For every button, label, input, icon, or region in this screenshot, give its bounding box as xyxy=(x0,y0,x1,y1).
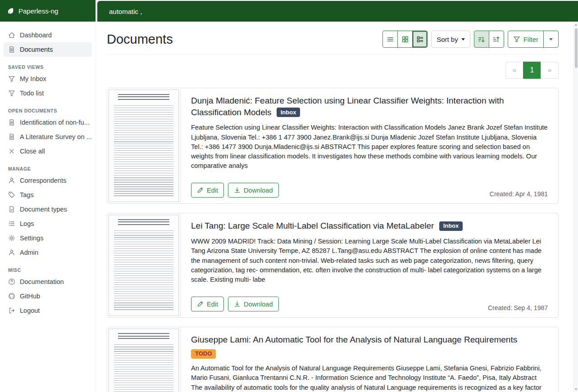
created-date: Created: Sep 4, 1987 xyxy=(488,304,548,311)
document-title[interactable]: Dunja Mladenić: Feature Selection using … xyxy=(191,95,548,118)
scroll-down-arrow[interactable]: ▼ xyxy=(574,386,578,392)
github-icon xyxy=(8,293,15,300)
document-thumbnail[interactable] xyxy=(107,88,181,203)
tag-badge-inbox[interactable]: Inbox xyxy=(277,108,300,117)
sidebar-item-label: Documentation xyxy=(20,278,64,285)
sidebar-item-logs[interactable]: Logs xyxy=(4,216,92,231)
sort-alphabetical-icon xyxy=(492,36,500,43)
filter-button[interactable]: Filter xyxy=(508,31,544,48)
filter-split-button: Filter xyxy=(508,31,559,48)
sidebar-item-tags[interactable]: Tags xyxy=(4,188,92,202)
pencil-icon xyxy=(197,187,204,194)
grid-view-icon xyxy=(401,36,409,43)
thumbnail-preview xyxy=(109,90,179,202)
section-misc: MISC xyxy=(8,267,87,273)
sidebar-item-correspondents[interactable]: Correspondents xyxy=(4,173,92,188)
close-icon xyxy=(8,148,15,155)
sidebar-item-label: Correspondents xyxy=(20,177,66,184)
house-icon xyxy=(8,32,15,39)
sidebar-item-label: Logs xyxy=(20,220,34,227)
download-icon xyxy=(234,301,241,307)
sidebar-item-label: A Literature Survey on ... xyxy=(20,133,92,140)
sort-descending-button[interactable] xyxy=(474,31,489,48)
section-manage: MANAGE xyxy=(8,166,87,171)
download-icon xyxy=(234,187,241,194)
sidebar-item-document-types[interactable]: Document types xyxy=(4,202,92,216)
sidebar-item-todo-list[interactable]: Todo list xyxy=(4,86,92,100)
scrollbar-thumb[interactable] xyxy=(575,28,578,68)
sidebar-item-github[interactable]: GitHub xyxy=(4,289,92,303)
sort-alphabetical-button[interactable] xyxy=(489,31,504,48)
toolbar-controls: Sort by Filter xyxy=(382,31,559,48)
grid-view-button[interactable] xyxy=(397,31,413,48)
filter-dropdown-toggle[interactable] xyxy=(543,31,559,48)
document-card: Lei Tang: Large Scale Multi-Label Classi… xyxy=(107,213,559,318)
document-thumbnail[interactable] xyxy=(107,327,181,392)
section-open-documents: OPEN DOCUMENTS xyxy=(8,108,87,113)
thumbnail-title-lines xyxy=(118,333,169,340)
sidebar-item-label: Identification of non-fu... xyxy=(20,119,90,126)
sidebar-item-label: Admin xyxy=(20,249,38,256)
question-circle-icon xyxy=(8,278,15,285)
sidebar-item-dashboard[interactable]: Dashboard xyxy=(4,28,92,42)
document-title[interactable]: Giuseppe Lami: An Automatic Tool for the… xyxy=(191,334,548,346)
file-check-icon xyxy=(8,206,15,213)
document-actions: Edit Download xyxy=(191,183,279,198)
edit-label: Edit xyxy=(207,187,218,194)
search-bar xyxy=(97,1,578,22)
paperless-logo-icon xyxy=(6,7,14,15)
documents-page: Documents Sort by xyxy=(96,22,578,392)
edit-button[interactable]: Edit xyxy=(191,297,224,311)
tag-row: TODO xyxy=(191,346,548,359)
search-input[interactable] xyxy=(108,7,514,16)
sidebar-item-logout[interactable]: Logout xyxy=(4,303,92,318)
file-icon xyxy=(8,119,15,126)
pagination-page-1[interactable]: 1 xyxy=(523,62,541,79)
sidebar-nav: Dashboard Documents SAVED VIEWS My Inbox… xyxy=(0,22,96,318)
sidebar-item-settings[interactable]: Settings xyxy=(4,231,92,245)
sidebar-item-close-all[interactable]: Close all xyxy=(4,144,92,158)
sidebar-item-documents[interactable]: Documents xyxy=(4,42,92,57)
thumbnail-body-lines xyxy=(114,344,173,392)
sidebar-item-open-doc-2[interactable]: A Literature Survey on ... xyxy=(4,130,92,144)
edit-button[interactable]: Edit xyxy=(191,183,224,198)
sort-descending-icon xyxy=(478,36,485,43)
thumbnail-preview xyxy=(109,329,179,392)
sidebar-item-label: GitHub xyxy=(20,293,40,300)
sidebar-item-admin[interactable]: Admin xyxy=(4,245,92,260)
pagination: « 1 » xyxy=(505,62,559,79)
tag-badge-inbox[interactable]: Inbox xyxy=(439,221,463,231)
download-button[interactable]: Download xyxy=(228,297,279,311)
sidebar-item-label: Settings xyxy=(20,234,43,242)
sidebar-item-my-inbox[interactable]: My Inbox xyxy=(4,72,92,86)
sidebar-item-open-doc-1[interactable]: Identification of non-fu... xyxy=(4,115,92,130)
created-date: Created: Apr 4, 1981 xyxy=(490,190,548,198)
gear-icon xyxy=(8,234,15,242)
document-title[interactable]: Lei Tang: Large Scale Multi-Label Classi… xyxy=(191,220,548,232)
scroll-up-arrow[interactable]: ▲ xyxy=(574,22,578,27)
pagination-next[interactable]: » xyxy=(541,62,559,79)
details-view-button[interactable] xyxy=(412,31,428,48)
funnel-icon xyxy=(8,90,15,97)
brand-name: Paperless-ng xyxy=(18,7,58,15)
chevron-down-icon xyxy=(549,38,553,41)
page-title: Documents xyxy=(107,32,173,47)
thumbnail-body-lines xyxy=(114,105,173,198)
sidebar-item-documentation[interactable]: Documentation xyxy=(4,275,92,289)
top-navbar xyxy=(96,0,578,22)
sort-by-dropdown[interactable]: Sort by xyxy=(431,31,470,48)
document-card-footer: Edit Download Created: Apr 4, 1981 xyxy=(191,177,548,198)
sidebar-item-label: My Inbox xyxy=(20,75,46,82)
sidebar: Paperless-ng Dashboard Documents SAVED V… xyxy=(0,0,96,392)
download-button[interactable]: Download xyxy=(228,183,279,198)
pagination-previous[interactable]: « xyxy=(505,62,523,79)
document-thumbnail[interactable] xyxy=(107,213,181,317)
list-view-icon xyxy=(387,36,394,43)
list-view-button[interactable] xyxy=(382,31,398,48)
sidebar-item-label: Dashboard xyxy=(20,32,52,39)
document-title-text: Lei Tang: Large Scale Multi-Label Classi… xyxy=(191,221,434,230)
thumbnail-body-lines xyxy=(114,230,173,311)
tag-badge-todo[interactable]: TODO xyxy=(191,349,216,359)
vertical-scrollbar: ▲ ▼ xyxy=(573,22,578,392)
brand[interactable]: Paperless-ng xyxy=(0,0,96,22)
